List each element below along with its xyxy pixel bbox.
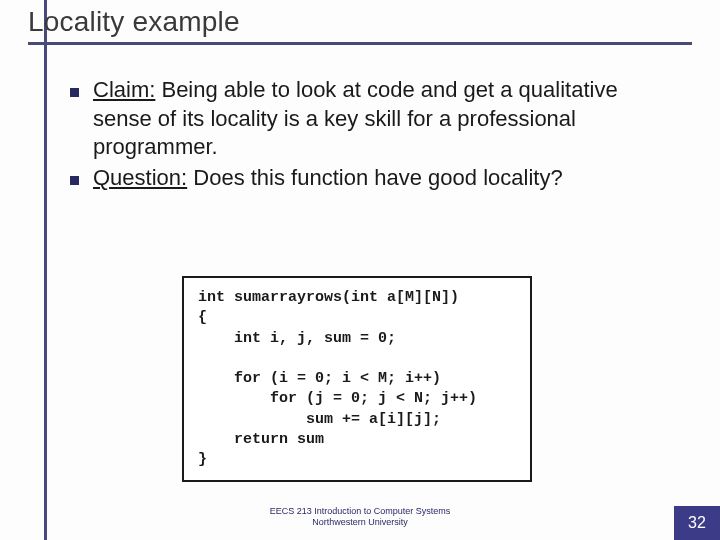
slide: Locality example Claim: Being able to lo… [0,0,720,540]
slide-title: Locality example [28,6,692,38]
bullet-item: Question: Does this function have good l… [70,164,680,193]
footer-line-2: Northwestern University [0,517,720,528]
code-box: int sumarrayrows(int a[M][N]) { int i, j… [182,276,532,482]
bullet-text: Claim: Being able to look at code and ge… [93,76,680,162]
footer-line-1: EECS 213 Introduction to Computer System… [0,506,720,517]
bullet-text: Question: Does this function have good l… [93,164,563,193]
page-number: 32 [674,506,720,540]
bullet-list: Claim: Being able to look at code and ge… [70,76,680,192]
title-region: Locality example [28,6,692,45]
bullet-item: Claim: Being able to look at code and ge… [70,76,680,162]
question-label: Question: [93,165,187,190]
body-region: Claim: Being able to look at code and ge… [70,76,680,194]
footer: EECS 213 Introduction to Computer System… [0,506,720,528]
claim-rest: Being able to look at code and get a qua… [93,77,618,159]
claim-label: Claim: [93,77,155,102]
left-rule [44,0,47,540]
square-bullet-icon [70,176,79,185]
code-snippet: int sumarrayrows(int a[M][N]) { int i, j… [198,288,516,470]
title-rule [28,42,692,45]
question-rest: Does this function have good locality? [187,165,562,190]
square-bullet-icon [70,88,79,97]
